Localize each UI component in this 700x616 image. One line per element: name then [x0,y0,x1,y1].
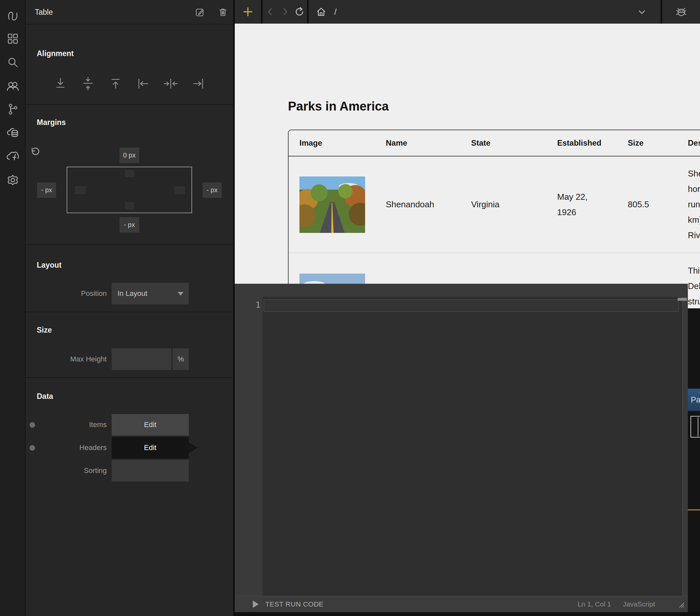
align-left-icon[interactable] [136,76,151,91]
cell-name: Shenandoah [386,200,471,209]
margin-top-handle[interactable] [125,170,134,177]
items-edit-button[interactable]: Edit [112,414,189,436]
debug-bug-icon[interactable] [674,4,688,19]
selected-tab-partial[interactable]: Pa [688,389,700,411]
margin-top-input[interactable]: 0 px [120,147,139,163]
table-row[interactable]: Shenandoah Virginia May 22, 1926 805.5 S… [289,156,700,253]
data-section-label: Data [37,392,53,401]
forward-icon[interactable] [278,4,292,19]
panel-header: Table [26,0,233,25]
users-icon[interactable] [5,79,20,93]
partial-cursor [698,417,698,436]
search-icon[interactable] [5,55,20,69]
items-row: Items Edit [26,414,233,436]
sorting-row: Sorting [26,460,233,482]
path-text[interactable]: / [334,7,337,17]
editor-scrollbar-track [682,297,683,596]
margin-left-handle[interactable] [75,186,86,194]
align-top-icon[interactable] [108,76,123,91]
orange-divider [688,509,700,510]
layout-section-label: Layout [37,261,61,270]
editor-popup-pointer [189,442,198,453]
collapse-chevron-icon[interactable] [635,4,649,19]
components-grid-icon[interactable] [5,31,20,46]
size-section-label: Size [37,326,52,335]
reset-margins-icon[interactable] [29,147,39,157]
col-header-state[interactable]: State [471,138,557,147]
cloud-database-icon[interactable] [5,126,20,140]
bottom-edge [233,612,700,616]
add-page-button[interactable] [241,4,255,19]
sorting-label: Sorting [84,460,107,482]
shenandoah-photo [299,177,365,233]
position-row: Position In Layout [26,283,233,304]
nav-block [263,0,307,24]
max-height-unit[interactable]: % [173,348,189,370]
cell-size: 805.5 [628,200,688,209]
debug-block [662,0,700,24]
panel-title: Table [35,8,53,17]
col-header-name[interactable]: Name [386,138,471,147]
align-bottom-icon[interactable] [53,76,68,91]
alignment-section-label: Alignment [37,49,74,58]
cell-established: May 22, 1926 [557,189,615,220]
home-icon[interactable] [314,4,328,19]
app-logo-icon[interactable] [5,9,20,23]
max-height-row: Max Height % [26,348,233,370]
sorting-input[interactable] [112,460,189,482]
position-select[interactable]: In Layout [112,283,189,304]
align-horizontal-center-icon[interactable] [163,76,178,91]
partial-input-outline [690,416,700,438]
col-header-established[interactable]: Established [557,138,628,147]
position-value: In Layout [117,289,147,298]
settings-gear-icon[interactable] [5,173,20,187]
alignment-buttons [26,76,233,91]
run-play-icon[interactable] [253,601,259,608]
col-header-image[interactable]: Image [299,138,386,147]
editor-scrollbar-thumb[interactable] [678,298,687,301]
active-line[interactable] [264,299,679,312]
back-icon[interactable] [263,4,277,19]
git-branch-icon[interactable] [5,102,20,116]
left-icon-rail [0,0,26,616]
max-height-label: Max Height [70,348,107,370]
col-header-description[interactable]: Des [688,138,700,147]
margins-section-label: Margins [37,118,66,127]
app-window: Table Alignment [0,0,700,616]
table-header-row: Image Name State Established Size Des [289,130,700,156]
properties-panel: Table Alignment [26,0,233,616]
test-run-code-button[interactable]: TEST RUN CODE [265,600,324,608]
max-height-input[interactable] [112,348,171,370]
refresh-icon[interactable] [292,4,307,19]
headers-label: Headers [79,437,107,459]
items-label: Items [89,414,107,436]
cloud-function-icon[interactable] [5,149,20,163]
language-label[interactable]: JavaScript [623,600,655,608]
margin-right-handle[interactable] [174,186,185,194]
cell-description: She hor run km) Riv [688,166,700,243]
cell-state: Virginia [471,200,557,209]
col-header-size[interactable]: Size [628,138,688,147]
align-vertical-center-icon[interactable] [80,76,96,91]
align-right-icon[interactable] [191,76,206,91]
right-edge-panel: Pa [688,308,700,612]
margin-left-input[interactable]: - px [37,182,56,198]
headers-row: Headers Edit [26,437,233,459]
margin-right-input[interactable]: - px [203,182,222,198]
delete-component-icon[interactable] [218,7,228,18]
preview-toolbar: / [235,0,700,24]
headers-connector-dot[interactable] [29,445,35,451]
margin-bottom-handle[interactable] [125,202,134,209]
cursor-position: Ln 1, Col 1 [577,600,611,608]
margin-bottom-input[interactable]: - px [120,217,139,233]
edit-component-icon[interactable] [195,7,205,18]
headers-edit-button[interactable]: Edit [112,437,189,459]
position-label: Position [81,283,107,304]
page-title: Parks in America [288,99,389,114]
editor-status-bar: TEST RUN CODE Ln 1, Col 1 JavaScript [235,596,688,612]
chevron-down-icon [178,292,184,296]
code-area[interactable] [263,297,682,596]
items-connector-dot[interactable] [29,422,35,428]
resize-grip-icon[interactable] [678,602,685,609]
add-block [235,0,261,24]
